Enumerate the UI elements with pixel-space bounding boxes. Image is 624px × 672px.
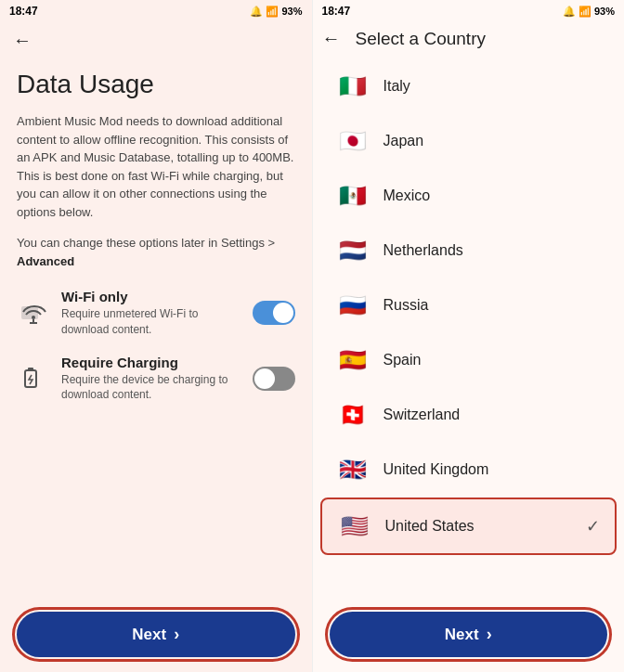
charging-option-text: Require Charging Require the device be c… [61, 355, 241, 404]
flag-mexico: 🇲🇽 [335, 178, 370, 213]
selected-checkmark: ✓ [586, 516, 600, 536]
next-chevron-left: › [174, 625, 179, 644]
desc2-bold: Advanced [17, 254, 74, 268]
status-bar-right: 18:47 🔔 📶 93% [313, 0, 625, 22]
flag-russia: 🇷🇺 [335, 288, 370, 323]
wifi-option-icon [17, 296, 50, 330]
status-icons-left: 🔔 📶 93% [250, 6, 302, 18]
notification-icon: 🔔 [250, 6, 263, 18]
battery-right: 93% [594, 6, 615, 17]
country-item-united-states[interactable]: 🇺🇸United States✓ [320, 498, 618, 555]
next-label-right: Next [445, 626, 479, 644]
flag-netherlands: 🇳🇱 [335, 233, 370, 268]
page-title: Data Usage [17, 70, 295, 99]
next-chevron-right: › [487, 625, 492, 644]
charging-title: Require Charging [61, 355, 241, 370]
charging-option-row: Require Charging Require the device be c… [17, 355, 295, 404]
left-content: Data Usage Ambient Music Mod needs to do… [0, 58, 312, 601]
country-item-japan[interactable]: 🇯🇵Japan [320, 114, 618, 168]
next-btn-container-left: Next › [0, 601, 312, 672]
flag-italy: 🇮🇹 [335, 69, 370, 104]
back-button-right[interactable]: ← [322, 28, 348, 49]
battery-left: 93% [281, 6, 302, 17]
next-button-right[interactable]: Next › [330, 612, 608, 657]
description1: Ambient Music Mod needs to download addi… [17, 112, 295, 221]
right-panel: 18:47 🔔 📶 93% ← Select a Country 🇮🇹Italy… [312, 0, 625, 672]
country-name-label: Mexico [384, 187, 603, 204]
country-name-label: United States [385, 518, 574, 535]
flag-united-states: 🇺🇸 [337, 509, 372, 544]
wifi-icon: 📶 [266, 6, 279, 18]
next-button-left[interactable]: Next › [17, 612, 295, 657]
wifi-title: Wi-Fi only [61, 289, 241, 304]
time-right: 18:47 [322, 5, 351, 18]
svg-rect-4 [25, 370, 36, 387]
next-btn-container-right: Next › [313, 601, 625, 672]
status-bar-left: 18:47 🔔 📶 93% [0, 0, 312, 22]
country-item-united-kingdom[interactable]: 🇬🇧United Kingdom [320, 443, 618, 497]
status-icons-right: 🔔 📶 93% [563, 6, 615, 18]
country-item-russia[interactable]: 🇷🇺Russia [320, 278, 618, 332]
wifi-desc: Require unmetered Wi-Fi to download cont… [61, 306, 241, 338]
svg-point-1 [32, 316, 35, 319]
flag-japan: 🇯🇵 [335, 123, 370, 159]
country-name-label: Spain [384, 352, 603, 368]
flag-spain: 🇪🇸 [335, 342, 370, 378]
wifi-option-text: Wi-Fi only Require unmetered Wi-Fi to do… [61, 289, 241, 338]
country-name-label: Italy [384, 78, 603, 95]
left-panel: 18:47 🔔 📶 93% ← Data Usage Ambient Music… [0, 0, 312, 672]
svg-rect-5 [28, 368, 33, 370]
back-button-left[interactable]: ← [0, 22, 312, 58]
wifi-option-row: Wi-Fi only Require unmetered Wi-Fi to do… [17, 289, 295, 338]
time-left: 18:47 [9, 5, 38, 18]
desc2-prefix: You can change these options later in Se… [17, 236, 275, 250]
flag-united-kingdom: 🇬🇧 [335, 452, 370, 487]
country-name-label: Switzerland [384, 407, 603, 423]
country-item-netherlands[interactable]: 🇳🇱Netherlands [320, 224, 618, 278]
country-name-label: United Kingdom [384, 461, 603, 478]
country-list: 🇮🇹Italy🇯🇵Japan🇲🇽Mexico🇳🇱Netherlands🇷🇺Rus… [313, 55, 625, 601]
description2: You can change these options later in Se… [17, 234, 295, 270]
flag-switzerland: 🇨🇭 [335, 397, 370, 433]
wifi-icon-right: 📶 [578, 6, 592, 18]
country-name-label: Netherlands [384, 242, 603, 259]
next-label-left: Next [132, 626, 166, 644]
country-item-switzerland[interactable]: 🇨🇭Switzerland [320, 388, 618, 442]
charging-toggle[interactable] [253, 367, 295, 391]
country-item-mexico[interactable]: 🇲🇽Mexico [320, 169, 618, 223]
country-item-spain[interactable]: 🇪🇸Spain [320, 333, 618, 387]
country-item-italy[interactable]: 🇮🇹Italy [320, 59, 618, 113]
svg-rect-0 [21, 306, 38, 319]
select-country-title: Select a Country [356, 29, 486, 49]
right-header: ← Select a Country [313, 22, 625, 55]
country-name-label: Japan [384, 133, 603, 149]
charging-option-icon [17, 362, 50, 395]
country-name-label: Russia [384, 297, 603, 314]
wifi-toggle[interactable] [253, 301, 295, 325]
charging-desc: Require the device be charging to downlo… [61, 372, 241, 404]
notification-icon-right: 🔔 [563, 6, 576, 18]
